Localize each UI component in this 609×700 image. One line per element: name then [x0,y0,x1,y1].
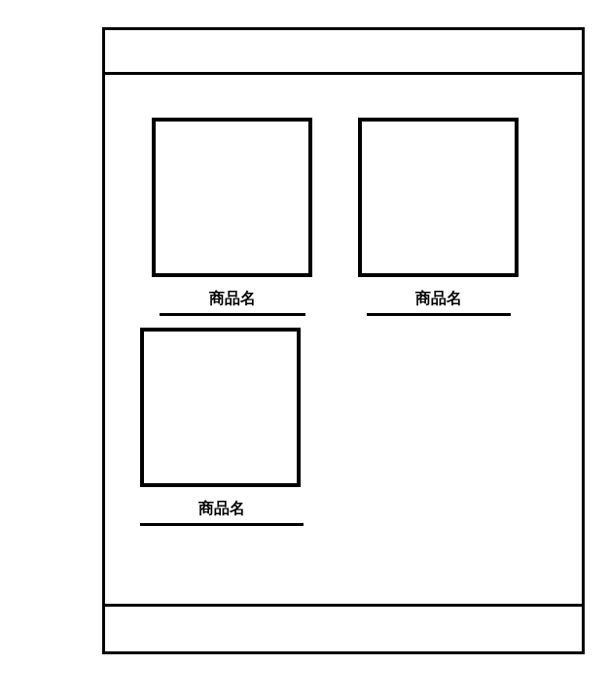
wireframe-frame: 商品名 商品名 商品名 [102,27,585,654]
product-caption: 商品名 [140,499,304,526]
product-card[interactable]: 商品名 [152,118,312,316]
underline [367,313,511,316]
product-name-label: 商品名 [205,289,260,311]
product-image-placeholder [140,328,301,487]
underline [160,313,305,316]
product-name-label: 商品名 [195,499,249,521]
footer-bar [105,604,582,651]
product-name-label: 商品名 [412,289,466,311]
underline [140,523,304,526]
header-bar [105,30,582,75]
product-image-placeholder [358,118,519,277]
product-card[interactable]: 商品名 [140,328,304,526]
product-caption: 商品名 [152,289,312,316]
product-caption: 商品名 [358,289,519,316]
product-image-placeholder [152,118,312,277]
content-area: 商品名 商品名 商品名 [105,75,582,604]
product-card[interactable]: 商品名 [358,118,519,316]
